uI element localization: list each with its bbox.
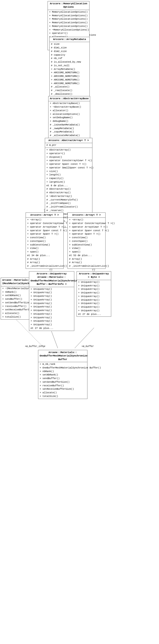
- abstract-array-base-title: Arccore::AbstractArrayBase: [49, 96, 90, 101]
- array-t-left-box: Arccore::Array< T > + ~Array() + operato…: [26, 212, 64, 269]
- label-m-buffer: +m_buffer: [82, 345, 94, 348]
- one-buffer-final-box: Arcane::Materials::OneBufferMeshMaterial…: [38, 350, 87, 399]
- imesh-material-sync-methods: + ~IMeshMaterialSynchronize Buffer() + n…: [1, 286, 31, 320]
- imesh-material-sync-box: Arcane::Materials::IMeshMaterialSynchron…: [1, 278, 31, 320]
- svg-line-13: [51, 331, 58, 348]
- one-buffer-final-methods: + m_nb_rank + OneBufferMeshMaterialSynch…: [38, 362, 87, 399]
- unique-array-main-box: Arccore::UniqueArrayArcane::Materials::O…: [29, 271, 74, 331]
- imesh-material-sync-title: Arcane::Materials::IMeshMaterialSynchron…: [1, 278, 31, 286]
- array-t-right-title: Arccore::Array< T >: [68, 213, 105, 218]
- array-meta-data-box: Arccore::ArrayMetaData # size # dim1_siz…: [49, 37, 90, 104]
- label-m-buffer-infoe: +m_buffer_infoe: [25, 345, 45, 348]
- unique-array-byte-box: Arccore::UniqueArray< Byte > + UniqueArr…: [77, 271, 111, 317]
- unique-array-main-methods: + UniqueArray() + UniqueArray() + Unique…: [29, 287, 74, 331]
- abstract-array-t-title: Arccore::AbstractArray< T >: [45, 138, 92, 143]
- array-t-left-title: Arccore::Array< T >: [26, 213, 63, 218]
- svg-line-14: [75, 328, 94, 348]
- unique-array-byte-methods: + UniqueArray() + UniqueArray() + Unique…: [77, 280, 111, 317]
- unique-array-main-title: Arccore::UniqueArrayArcane::Materials::O…: [29, 272, 74, 287]
- abstract-array-t-members: # m_ptr: [45, 143, 92, 148]
- diagram: #allocation_options #m_md #m_meta_data +…: [0, 0, 159, 644]
- array-t-right-box: Arccore::Array< T > + ~Array() + operato…: [68, 212, 106, 269]
- array-meta-data-title: Arccore::ArrayMetaData: [50, 37, 89, 42]
- array-t-left-methods: + ~Array() + operator ConstArrayView< T …: [26, 218, 63, 268]
- one-buffer-final-title: Arcane::Materials::OneBufferMeshMaterial…: [38, 350, 87, 362]
- array-t-right-methods: + ~Array() + operator ConstArrayView< T …: [68, 218, 105, 268]
- array-meta-data-members: # size # dim1_size # dim2_size # capacit…: [50, 42, 89, 104]
- memory-allocation-title: Arccore::MemoryAllocationOptions: [48, 1, 89, 10]
- unique-array-byte-title: Arccore::UniqueArray< Byte >: [77, 272, 111, 280]
